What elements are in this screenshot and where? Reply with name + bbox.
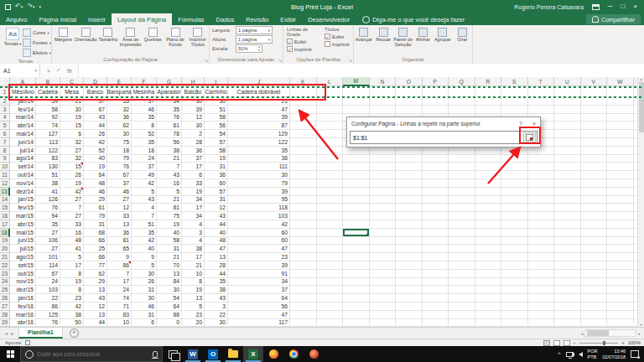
cell[interactable] [528,303,555,311]
cell[interactable] [554,220,581,229]
cell[interactable] [343,163,370,171]
cell[interactable] [396,311,423,319]
cell[interactable] [607,171,634,179]
cell-d10[interactable]: 19 [84,163,107,171]
cancel-formula-icon[interactable]: × [47,68,50,74]
cell-b20[interactable]: 27 [36,245,60,253]
expand-dialog-button[interactable] [523,132,536,142]
cell[interactable] [501,303,528,311]
cell[interactable] [396,212,423,220]
row-header-14[interactable]: 14 [0,196,10,204]
cell[interactable] [290,130,317,138]
cell[interactable] [317,245,344,253]
cell-i3[interactable]: 51 [205,106,228,114]
row-header-6[interactable]: 6 [0,130,10,138]
cell-d25[interactable]: 13 [84,286,107,294]
row-header-21[interactable]: 21 [0,253,10,261]
cell-a10[interactable]: set/14 [10,163,36,171]
cell-c12[interactable]: 19 [60,179,84,188]
cell[interactable] [423,319,449,327]
cell-g14[interactable]: 21 [157,196,182,204]
cell-b3[interactable]: 58 [36,106,60,114]
cell[interactable] [317,97,344,106]
cell[interactable] [475,229,502,237]
cell[interactable] [396,196,423,204]
cell[interactable] [475,97,502,106]
ribbon-tab-pagina-inicial[interactable]: Página Inicial [33,13,82,25]
cell-d8[interactable]: 52 [84,147,107,155]
cell-c25[interactable]: 8 [60,286,84,294]
cell[interactable] [475,303,502,311]
cell[interactable] [581,138,608,147]
cell-h14[interactable]: 34 [182,196,205,204]
cell[interactable] [290,261,317,270]
cell[interactable] [554,286,581,294]
row-header-27[interactable]: 27 [0,303,10,311]
normal-view-icon[interactable] [543,340,550,346]
cell[interactable] [423,229,449,237]
ribbon-tab-dados[interactable]: Dados [210,13,241,25]
cell[interactable] [501,278,528,287]
cell[interactable] [581,106,608,114]
cell-h22[interactable]: 21 [182,261,205,270]
cell-f19[interactable]: 42 [132,237,157,246]
row-header-28[interactable]: 28 [0,311,10,319]
cell-f13[interactable]: 5 [132,188,157,196]
cell-i23[interactable]: 44 [205,270,228,278]
cell[interactable] [396,229,423,237]
cell[interactable] [290,212,317,220]
cell[interactable] [607,319,634,327]
cell[interactable] [554,212,581,220]
cell-g26[interactable]: 54 [157,294,182,303]
cell-h3[interactable]: 39 [182,106,205,114]
cell-a16[interactable]: mar/15 [10,212,36,220]
column-header-w[interactable]: W [607,77,634,86]
cell[interactable] [554,229,581,237]
cell-d11[interactable]: 64 [84,171,107,179]
cell-c15[interactable]: 7 [60,204,84,212]
cell-c9[interactable]: 32 [60,155,84,163]
cell-g12[interactable]: 16 [157,179,182,188]
cell-i8[interactable]: 58 [205,147,228,155]
cell[interactable] [290,229,317,237]
cell-j9[interactable]: 36 [228,155,290,163]
cell[interactable] [449,237,475,246]
cell-i26[interactable]: 43 [205,294,228,303]
row-header-5[interactable]: 5 [0,122,10,130]
cell[interactable] [449,171,475,179]
share-button[interactable]: Compartilhar [586,14,641,24]
cell-b2[interactable]: 59 [36,97,60,106]
cell-j2[interactable]: 21 [228,97,290,106]
cell-i27[interactable]: 3 [205,303,228,311]
cell[interactable] [290,114,317,122]
cell-f14[interactable]: 43 [132,196,157,204]
column-header-h[interactable]: H [182,77,205,86]
cell-e10[interactable]: 76 [107,163,132,171]
cell[interactable] [396,270,423,278]
cell-h5[interactable]: 30 [182,122,205,130]
page-layout-view-icon[interactable] [553,340,560,346]
fontes-button[interactable]: Fontes▾ [23,39,51,47]
cell[interactable] [554,303,581,311]
cell[interactable] [423,294,449,303]
tamanho-button[interactable]: Tamanho [97,27,120,43]
row-header-22[interactable]: 22 [0,261,10,270]
cell[interactable] [290,245,317,253]
cell[interactable] [423,147,449,155]
ribbon-tab-arquivo[interactable]: Arquivo [0,13,33,25]
cell[interactable] [423,196,449,204]
microphone-icon[interactable] [153,351,158,358]
cell[interactable] [581,270,608,278]
cell[interactable] [607,245,634,253]
cell-i25[interactable]: 38 [205,286,228,294]
tray-expand-icon[interactable]: ^ [558,351,560,357]
cell[interactable] [396,278,423,287]
cell[interactable] [317,237,344,246]
cell[interactable] [607,163,634,171]
cell[interactable] [290,196,317,204]
cell[interactable] [343,155,370,163]
column-header-d[interactable]: D [84,77,107,86]
cell[interactable] [475,253,502,261]
height-select[interactable]: 1 página▾ [236,35,273,44]
cell-a13[interactable]: dez/14 [10,188,36,196]
